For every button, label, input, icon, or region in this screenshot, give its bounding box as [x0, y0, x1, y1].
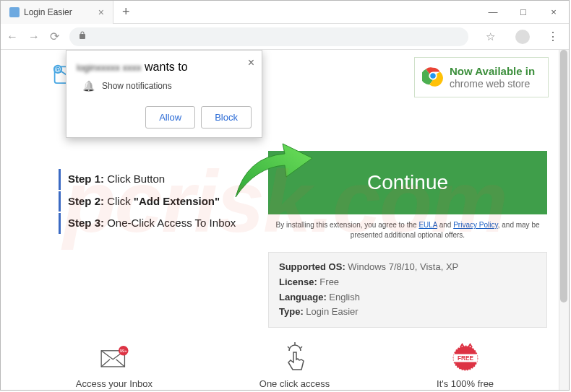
feature-inbox: 99+ Access your Inbox — [76, 342, 153, 389]
feature-oneclick: One click access — [259, 342, 330, 389]
free-badge-icon: FREE — [437, 342, 494, 374]
browser-tab[interactable]: Login Easier × — [1, 1, 113, 24]
permission-label: Show notifications — [102, 81, 172, 91]
allow-button[interactable]: Allow — [145, 106, 195, 129]
feature-2-label: One click access — [259, 378, 330, 389]
url-input[interactable] — [69, 27, 468, 46]
popup-origin-text: loginxxxxx xxxx — [77, 62, 142, 73]
minimize-button[interactable]: — — [478, 1, 508, 24]
disclaimer-text: By installing this extension, you agree … — [268, 220, 547, 240]
envelope-icon: 99+ — [76, 342, 153, 374]
reload-button[interactable]: ⟳ — [50, 30, 59, 43]
green-arrow-icon — [228, 135, 315, 203]
svg-text:@: @ — [55, 66, 61, 73]
popup-close-icon[interactable]: × — [248, 56, 254, 69]
features-row: 99+ Access your Inbox One click access F… — [1, 328, 569, 390]
window-close-button[interactable]: × — [538, 1, 569, 24]
tab-favicon-icon — [9, 7, 20, 17]
new-tab-button[interactable]: + — [113, 4, 139, 19]
back-button[interactable]: ← — [7, 30, 18, 43]
feature-free: FREE It's 100% free — [437, 342, 494, 389]
bookmark-star-icon[interactable]: ☆ — [486, 30, 495, 43]
tab-title: Login Easier — [24, 7, 72, 17]
feature-3-label: It's 100% free — [437, 378, 494, 389]
maximize-button[interactable]: □ — [508, 1, 538, 24]
eula-link[interactable]: EULA — [418, 221, 437, 229]
svg-text:FREE: FREE — [458, 355, 474, 362]
feature-1-label: Access your Inbox — [76, 378, 153, 389]
step-3: Step 3: One-Click Access To Inbox — [59, 213, 261, 234]
popup-wants-text: wants to — [142, 61, 188, 73]
webstore-badge[interactable]: Now Available in chrome web store — [414, 57, 549, 97]
chrome-icon — [422, 65, 444, 90]
tap-icon — [259, 342, 330, 374]
tab-close-icon[interactable]: × — [98, 6, 104, 18]
titlebar: Login Easier × + — □ × — [1, 1, 569, 24]
webstore-line1: Now Available in — [450, 65, 535, 78]
bell-icon: 🔔 — [82, 80, 95, 92]
lock-icon — [78, 31, 87, 42]
info-box: Supported OS: Windows 7/8/10, Vista, XP … — [268, 252, 547, 328]
webstore-line2: chrome web store — [450, 78, 535, 90]
page-content: pcrisk.com @ × loginxxxxx xxxx wants to … — [1, 50, 569, 390]
notification-permission-popup: × loginxxxxx xxxx wants to 🔔 Show notifi… — [66, 50, 262, 138]
profile-avatar-icon[interactable] — [515, 30, 530, 44]
forward-button[interactable]: → — [28, 30, 40, 43]
menu-button[interactable]: ⋮ — [543, 30, 563, 43]
addressbar: ← → ⟳ ☆ ⋮ — [1, 24, 569, 50]
privacy-policy-link[interactable]: Privacy Policy — [453, 221, 498, 229]
svg-text:99+: 99+ — [120, 349, 128, 354]
block-button[interactable]: Block — [201, 106, 252, 129]
